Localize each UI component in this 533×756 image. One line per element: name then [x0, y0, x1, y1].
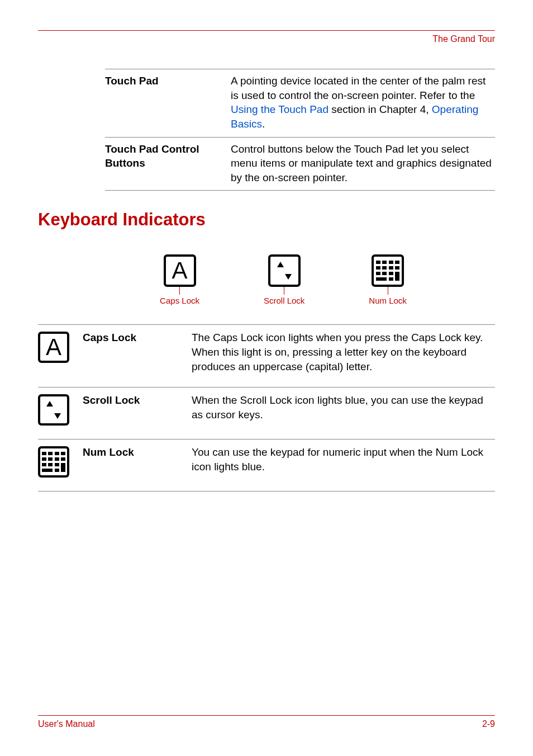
footer-rule	[38, 715, 495, 716]
svg-rect-22	[42, 463, 46, 466]
svg-rect-6	[389, 266, 393, 270]
desc-touch-pad: A pointing device located in the center …	[231, 74, 495, 131]
link-using-touch-pad[interactable]: Using the Touch Pad	[231, 103, 329, 115]
svg-rect-21	[61, 457, 65, 461]
row-icon-col	[38, 445, 83, 478]
svg-rect-4	[376, 266, 380, 270]
table-row: Num Lock You can use the keypad for nume…	[38, 439, 495, 492]
svg-rect-14	[42, 452, 46, 455]
svg-rect-12	[389, 277, 393, 281]
indicator-icons-row: A Caps Lock Scroll Lock Num Loc	[72, 254, 495, 305]
term-caps-lock: Caps Lock	[83, 330, 192, 374]
svg-rect-1	[382, 261, 387, 264]
term-scroll-lock: Scroll Lock	[83, 393, 192, 426]
svg-rect-16	[55, 452, 59, 455]
num-lock-label: Num Lock	[369, 296, 407, 305]
num-lock-icon	[38, 446, 69, 478]
svg-rect-0	[376, 261, 380, 264]
callout-stem	[388, 287, 388, 295]
indicator-table: A Caps Lock The Caps Lock icon lights wh…	[38, 324, 495, 492]
section-title: Keyboard Indicators	[38, 210, 495, 230]
scroll-lock-label: Scroll Lock	[264, 296, 304, 305]
svg-rect-25	[42, 469, 53, 472]
desc-scroll-lock: When the Scroll Lock icon lights blue, y…	[192, 393, 495, 426]
table-row: A Caps Lock The Caps Lock icon lights wh…	[38, 324, 495, 387]
scroll-lock-icon	[268, 254, 301, 287]
svg-rect-11	[376, 277, 387, 281]
row-icon-col: A	[38, 330, 83, 374]
svg-rect-10	[389, 272, 393, 275]
desc-text: .	[262, 118, 265, 130]
callout-stem	[179, 287, 180, 295]
table-row: Scroll Lock When the Scroll Lock icon li…	[38, 387, 495, 439]
term-touch-pad: Touch Pad	[105, 74, 231, 131]
caps-lock-icon-cell: A Caps Lock	[160, 254, 199, 305]
scroll-lock-icon	[38, 394, 69, 426]
svg-rect-9	[382, 272, 387, 275]
svg-rect-15	[48, 452, 53, 455]
svg-rect-18	[42, 457, 46, 461]
caps-lock-label: Caps Lock	[160, 296, 199, 305]
row-icon-col	[38, 393, 83, 426]
scroll-lock-icon-cell: Scroll Lock	[264, 254, 304, 305]
callout-stem	[284, 287, 284, 295]
svg-rect-8	[376, 272, 380, 275]
svg-rect-23	[48, 463, 53, 466]
caps-lock-icon: A	[38, 332, 69, 363]
svg-rect-20	[55, 457, 59, 461]
footer-left: User's Manual	[38, 719, 95, 729]
header-title: The Grand Tour	[38, 34, 495, 44]
touch-pad-table: Touch Pad A pointing device located in t…	[105, 69, 495, 191]
svg-rect-5	[382, 266, 387, 270]
footer-page-number: 2-9	[482, 719, 495, 729]
desc-num-lock: You can use the keypad for numeric input…	[192, 445, 495, 478]
svg-rect-27	[61, 463, 65, 472]
num-lock-icon	[372, 254, 404, 287]
svg-rect-13	[395, 272, 399, 281]
svg-rect-7	[395, 266, 399, 270]
desc-caps-lock: The Caps Lock icon lights when you press…	[192, 330, 495, 374]
svg-rect-19	[48, 457, 53, 461]
caps-lock-icon: A	[164, 254, 196, 287]
term-num-lock: Num Lock	[83, 445, 192, 478]
desc-touch-pad-buttons: Control buttons below the Touch Pad let …	[231, 142, 495, 185]
svg-rect-17	[61, 452, 65, 455]
num-lock-icon-cell: Num Lock	[369, 254, 407, 305]
svg-rect-3	[395, 261, 399, 264]
footer: User's Manual 2-9	[38, 715, 495, 729]
term-touch-pad-buttons: Touch Pad Control Buttons	[105, 142, 231, 185]
desc-text: section in Chapter 4,	[329, 103, 432, 115]
table-row: Touch Pad Control Buttons Control button…	[105, 137, 495, 191]
svg-rect-24	[55, 463, 59, 466]
svg-rect-26	[55, 469, 59, 472]
desc-text: A pointing device located in the center …	[231, 75, 486, 101]
svg-rect-2	[389, 261, 393, 264]
table-row: Touch Pad A pointing device located in t…	[105, 69, 495, 137]
header-rule	[38, 30, 495, 31]
